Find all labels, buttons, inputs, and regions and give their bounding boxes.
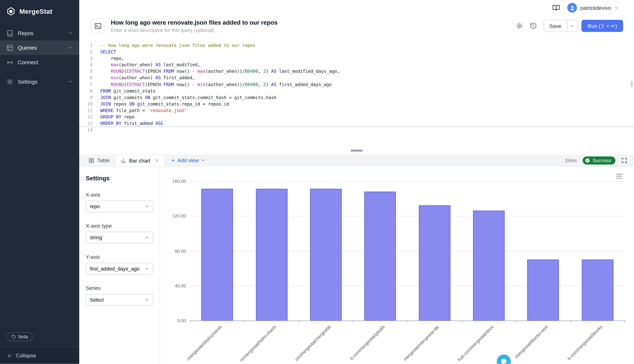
chat-icon: [500, 358, 508, 364]
history-icon[interactable]: [530, 22, 537, 30]
y-tick-label: 120.00: [160, 213, 186, 219]
tab-label: Bar chart: [129, 158, 150, 164]
brand[interactable]: MergeStat: [0, 0, 79, 22]
chart-settings-fields: X-axisrepoX-axis typestringY-axisfirst_a…: [86, 192, 153, 306]
table-icon: [88, 158, 94, 163]
code-text: ORDER BY first_added ASC: [100, 120, 164, 126]
chevron-down-icon: [145, 235, 149, 240]
sql-editor[interactable]: 1-- how long ago were renovate.json file…: [79, 36, 634, 146]
run-button[interactable]: Run (⇧ + ↵): [582, 20, 623, 32]
chevron-down-icon: [68, 31, 73, 36]
beta-label: beta: [18, 334, 28, 340]
save-button[interactable]: Save: [543, 20, 568, 32]
check-circle-icon: [584, 158, 590, 163]
select-series[interactable]: Select: [86, 294, 153, 306]
line-number: 5: [79, 68, 92, 75]
brand-name: MergeStat: [19, 8, 52, 15]
results-panel: Settings X-axisrepoX-axis typestringY-ax…: [79, 166, 634, 364]
select-x-axis-type[interactable]: string: [86, 232, 153, 244]
tab-table[interactable]: Table: [83, 154, 115, 166]
status-label: Success: [593, 158, 611, 163]
collapse-sidebar-button[interactable]: Collapse: [0, 347, 79, 364]
bar: [473, 211, 504, 321]
code-text: max(author_when) AS last_modified,: [100, 62, 200, 68]
x-category-label: om/mergestat/mergestat: [294, 324, 331, 362]
line-number: 10: [79, 101, 92, 108]
code-line: 11WHERE file_path = 'renovate.json': [79, 108, 634, 114]
sidebar-item-repos[interactable]: Repos: [0, 26, 79, 40]
query-description-placeholder[interactable]: Enter a short description for this query…: [111, 27, 278, 33]
x-axis-tick: [462, 321, 462, 323]
line-number: 9: [79, 94, 92, 101]
sidebar-item-settings[interactable]: Settings: [0, 74, 79, 89]
y-tick-label: 160.00: [160, 178, 186, 184]
main-area: patrickdevivo How long ago were renovate…: [79, 0, 634, 364]
select-value: repo: [90, 204, 100, 209]
x-axis-tick: [408, 321, 408, 323]
line-number: 3: [79, 56, 92, 62]
chart-menu-icon[interactable]: [616, 173, 623, 180]
sidebar-item-queries[interactable]: Queries: [0, 40, 79, 55]
save-button-group: Save: [543, 20, 578, 32]
x-category-label: /mergestat/deployments: [186, 324, 222, 361]
line-number: 1: [79, 42, 92, 49]
select-value: first_added_days_ago: [90, 266, 140, 272]
x-category-label: m/mergestat/helm-charts: [239, 324, 277, 362]
grid-line: [190, 251, 625, 251]
code-line: 9JOIN git_commits ON git_commit_stats.co…: [79, 94, 634, 101]
code-text: ROUND(EXTRACT(EPOCH FROM now() - max(aut…: [100, 68, 340, 75]
x-category-label: hub.com/mergestat/docs: [456, 324, 494, 362]
user-menu[interactable]: patrickdevivo: [567, 3, 618, 12]
chevron-down-icon: [145, 266, 149, 271]
code-line: 10JOIN repos ON git_commit_stats.repo_id…: [79, 101, 634, 108]
query-title-block: How long ago were renovate.json files ad…: [111, 19, 278, 33]
sidebar-item-connect[interactable]: Connect: [0, 55, 79, 70]
code-line: 14: [79, 127, 634, 134]
results-toolbar: TableBar chart Add view 24ms Success: [79, 154, 634, 166]
query-type-box: [90, 18, 105, 33]
tab-bar-chart[interactable]: Bar chart: [115, 154, 165, 166]
add-view-button[interactable]: Add view: [165, 154, 211, 166]
grid-line: [190, 216, 625, 216]
query-duration: 24ms: [565, 158, 577, 163]
chevron-down-icon: [145, 204, 149, 208]
x-axis-tick: [570, 321, 571, 323]
x-category-label: b.com/mergestat/gitutils: [349, 324, 386, 361]
resize-handle[interactable]: [350, 149, 363, 151]
line-number: 2: [79, 49, 92, 56]
gear-icon[interactable]: [516, 22, 523, 30]
chart-settings-panel: Settings X-axisrepoX-axis typestringY-ax…: [79, 166, 160, 364]
query-title[interactable]: How long ago were renovate.json files ad…: [111, 19, 278, 26]
bar: [310, 189, 342, 321]
beta-badge: beta: [6, 332, 33, 341]
line-number: 4: [79, 62, 92, 68]
bar-chart-icon: [120, 158, 126, 164]
chevron-down-icon: [68, 79, 73, 84]
settings-title: Settings: [86, 174, 153, 182]
code-line: 6 min(author_when) AS first_added,: [79, 75, 634, 82]
save-options-button[interactable]: [568, 20, 578, 32]
add-view-label: Add view: [178, 157, 199, 163]
close-icon[interactable]: [154, 158, 159, 163]
code-line: 1-- how long ago were renovate.json file…: [79, 42, 634, 49]
double-chevron-left-icon: [6, 353, 12, 358]
fullscreen-icon[interactable]: [621, 157, 628, 164]
code-line: 13ORDER BY first_added ASC: [79, 120, 634, 127]
x-category-label: b.com/mergestat/blocks: [566, 324, 603, 361]
line-number: 7: [79, 82, 92, 88]
select-y-axis[interactable]: first_added_days_ago: [86, 263, 153, 274]
code-text: JOIN repos ON git_commit_stats.repo_id =…: [100, 101, 229, 108]
line-number: 12: [79, 114, 92, 120]
queries-icon: [6, 44, 13, 51]
x-axis-tick: [353, 321, 354, 323]
code-line: 2SELECT: [79, 49, 634, 56]
docs-book-icon[interactable]: [552, 4, 560, 12]
app-window: MergeStat ReposQueriesConnectSettings be…: [0, 0, 634, 364]
select-x-axis[interactable]: repo: [86, 200, 153, 212]
editor-scrollbar-thumb[interactable]: [631, 81, 633, 87]
chevron-down-icon: [68, 45, 73, 50]
chevron-down-icon: [614, 6, 619, 10]
chevron-down-icon: [570, 24, 574, 28]
sidebar-nav: ReposQueriesConnectSettings: [0, 22, 79, 89]
field-label: Y-axis: [86, 254, 153, 260]
